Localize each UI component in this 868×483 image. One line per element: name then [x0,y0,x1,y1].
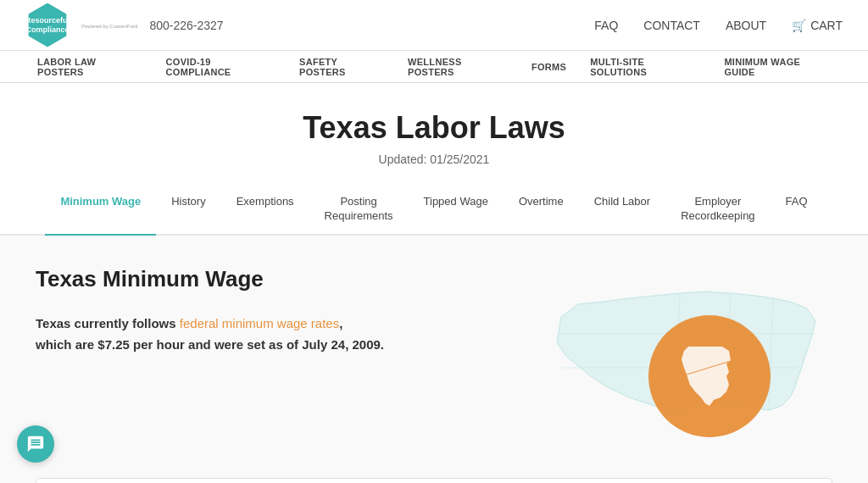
nav-minimum-wage-guide[interactable]: MINIMUM WAGE GUIDE [712,51,843,82]
secondary-navigation: LABOR LAW POSTERS COVID-19 COMPLIANCE SA… [0,51,868,83]
cart-label: CART [810,19,843,32]
cart-icon: 🛒 [792,19,806,32]
nav-covid-compliance[interactable]: COVID-19 COMPLIANCE [154,51,287,82]
tab-history[interactable]: History [156,188,220,234]
page-title: Texas Labor Laws [17,110,851,146]
page-tabs: Minimum Wage History Exemptions Posting … [0,175,868,236]
faq-link[interactable]: FAQ [594,19,618,32]
section-title: Texas Minimum Wage [36,266,510,292]
phone-number: 800-226-2327 [149,19,223,32]
logo-powered-text: Powered by CustomFord [81,24,137,29]
nav-safety-posters[interactable]: SAFETY POSTERS [287,51,396,82]
updated-date: Updated: 01/25/2021 [17,153,851,166]
nav-forms[interactable]: FORMS [520,51,578,82]
tab-exemptions[interactable]: Exemptions [221,188,309,234]
contact-link[interactable]: CONTACT [643,19,700,32]
poster-card: 2021 TEXAS LABOR LAW POSTERS Have all of… [36,478,832,483]
top-navigation: ResourcefulCompliance Powered by CustomF… [0,0,868,51]
content-paragraph: Texas currently follows federal minimum … [36,313,510,356]
nav-labor-law-posters[interactable]: LABOR LAW POSTERS [25,51,154,82]
tab-overtime[interactable]: Overtime [504,188,579,234]
main-content-area: Texas Minimum Wage Texas currently follo… [10,236,858,478]
content-text-area: Texas Minimum Wage Texas currently follo… [36,266,510,356]
chat-button[interactable] [17,425,54,463]
logo-area: ResourcefulCompliance Powered by CustomF… [25,3,224,47]
tab-minimum-wage[interactable]: Minimum Wage [45,188,156,236]
map-area [544,266,832,452]
top-right-links: FAQ CONTACT ABOUT 🛒 CART [594,19,843,32]
federal-wage-link[interactable]: federal minimum wage rates [180,316,339,330]
hero-section: Texas Labor Laws Updated: 01/25/2021 [0,83,868,175]
chat-icon [26,435,45,453]
cart-link[interactable]: 🛒 CART [792,19,843,32]
tab-child-labor[interactable]: Child Labor [579,188,666,234]
tab-tipped-wage[interactable]: Tipped Wage [409,188,504,234]
tab-employer-recordkeeping[interactable]: Employer Recordkeeping [665,188,770,234]
us-map-graphic [544,266,832,452]
nav-multi-site[interactable]: MULTI-SITE SOLUTIONS [578,51,712,82]
tab-faq[interactable]: FAQ [771,188,823,234]
logo-badge: ResourcefulCompliance [25,3,70,47]
tab-posting-requirements[interactable]: Posting Requirements [309,188,409,234]
poster-card-wrapper: 2021 TEXAS LABOR LAW POSTERS Have all of… [10,478,858,483]
about-link[interactable]: ABOUT [726,19,766,32]
nav-wellness-posters[interactable]: WELLNESS POSTERS [396,51,520,82]
